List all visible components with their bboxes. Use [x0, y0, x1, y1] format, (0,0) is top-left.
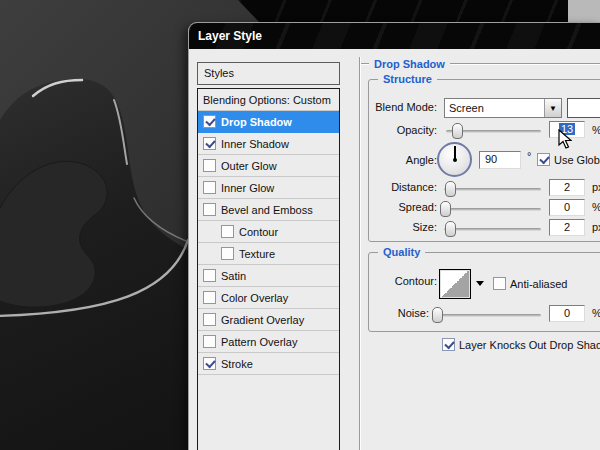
style-item-stroke[interactable]: Stroke [198, 353, 339, 375]
style-item-texture[interactable]: Texture [198, 243, 339, 265]
style-item-blending-options-custom[interactable]: Blending Options: Custom [198, 89, 339, 111]
style-item-drop-shadow[interactable]: Drop Shadow [198, 111, 339, 133]
style-item-inner-glow[interactable]: Inner Glow [198, 177, 339, 199]
style-item-inner-shadow[interactable]: Inner Shadow [198, 133, 339, 155]
angle-unit: ° [527, 150, 531, 162]
style-item-satin[interactable]: Satin [198, 265, 339, 287]
style-item-bevel-and-emboss[interactable]: Bevel and Emboss [198, 199, 339, 221]
style-item-checkbox[interactable] [203, 291, 216, 304]
contour-picker[interactable] [439, 269, 471, 299]
use-global-label: Use Global [554, 154, 600, 166]
distance-label: Distance: [371, 181, 437, 193]
style-item-label: Blending Options: Custom [203, 94, 331, 106]
opacity-slider-thumb[interactable] [452, 123, 463, 139]
noise-slider[interactable] [436, 314, 541, 317]
contour-dropdown-icon[interactable] [476, 281, 484, 286]
style-item-checkbox[interactable] [203, 159, 216, 172]
size-value: 2 [564, 221, 570, 233]
distance-slider[interactable] [444, 188, 541, 191]
angle-value: 90 [485, 153, 497, 165]
styles-header-label: Styles [204, 67, 234, 79]
distance-field[interactable]: 2 [549, 179, 585, 196]
quality-group: Quality Contour: Anti-aliased Noise: 0 % [368, 252, 600, 332]
anti-aliased-checkbox[interactable] [493, 277, 506, 290]
style-item-label: Pattern Overlay [221, 336, 297, 348]
shadow-color-swatch[interactable] [567, 98, 600, 118]
opacity-slider[interactable] [446, 130, 541, 133]
anti-aliased-label: Anti-aliased [510, 278, 567, 290]
style-item-color-overlay[interactable]: Color Overlay [198, 287, 339, 309]
opacity-label: Opacity: [371, 124, 437, 136]
use-global-checkbox[interactable] [537, 153, 550, 166]
style-item-checkbox[interactable] [203, 203, 216, 216]
distance-slider-thumb[interactable] [445, 181, 456, 197]
size-field[interactable]: 2 [549, 219, 585, 236]
dialog-titlebar[interactable]: Layer Style [189, 23, 600, 49]
style-item-checkbox[interactable] [221, 225, 234, 238]
noise-unit: % [592, 307, 600, 319]
opacity-value: 13 [559, 123, 575, 135]
blend-mode-label: Blend Mode: [371, 101, 437, 113]
spread-unit: % [592, 201, 600, 213]
effect-title: Drop Shadow [374, 58, 445, 70]
styles-list: Blending Options: Custom Drop Shadow Inn… [197, 88, 340, 450]
noise-value: 0 [564, 307, 570, 319]
spread-slider[interactable] [444, 208, 541, 211]
style-item-label: Gradient Overlay [221, 314, 304, 326]
spread-label: Spread: [371, 201, 437, 213]
effect-header: Drop Shadow [361, 58, 600, 70]
header-rule-left [361, 63, 369, 65]
blend-mode-value: Screen [445, 99, 544, 117]
style-item-label: Outer Glow [221, 160, 277, 172]
header-rule-right [450, 63, 600, 65]
style-item-label: Texture [239, 248, 275, 260]
opacity-field[interactable]: 13 [549, 121, 585, 138]
layer-style-dialog: Layer Style Styles Blending Options: Cus… [188, 22, 600, 450]
style-item-gradient-overlay[interactable]: Gradient Overlay [198, 309, 339, 331]
noise-field[interactable]: 0 [549, 305, 585, 322]
distance-value: 2 [564, 181, 570, 193]
structure-group: Structure Blend Mode: Screen ▼ Opacity: … [368, 79, 600, 242]
quality-legend: Quality [378, 246, 425, 259]
style-item-label: Inner Shadow [221, 138, 289, 150]
structure-legend: Structure [378, 73, 437, 86]
spread-field[interactable]: 0 [549, 199, 585, 216]
knockout-checkbox[interactable] [442, 338, 455, 351]
size-unit: px [592, 221, 600, 233]
opacity-unit: % [592, 124, 600, 136]
style-item-pattern-overlay[interactable]: Pattern Overlay [198, 331, 339, 353]
style-item-label: Inner Glow [221, 182, 274, 194]
style-item-contour[interactable]: Contour [198, 221, 339, 243]
style-item-label: Satin [221, 270, 246, 282]
noise-label: Noise: [363, 307, 429, 319]
style-item-checkbox[interactable] [203, 115, 216, 128]
angle-dial[interactable] [437, 142, 472, 177]
distance-unit: px [592, 181, 600, 193]
style-item-label: Stroke [221, 358, 253, 370]
knockout-label: Layer Knocks Out Drop Shadow [459, 339, 600, 351]
noise-slider-thumb[interactable] [432, 307, 443, 323]
style-item-checkbox[interactable] [203, 137, 216, 150]
style-item-label: Color Overlay [221, 292, 288, 304]
angle-field[interactable]: 90 [479, 151, 521, 169]
screenshot-root: Layer Style Styles Blending Options: Cus… [0, 0, 600, 450]
panel-divider [359, 57, 361, 450]
blend-mode-select[interactable]: Screen ▼ [444, 98, 562, 118]
size-slider[interactable] [444, 228, 541, 231]
spread-slider-thumb[interactable] [440, 201, 451, 217]
dialog-title: Layer Style [198, 29, 262, 43]
style-item-checkbox[interactable] [203, 335, 216, 348]
blend-mode-dropdown-icon[interactable]: ▼ [544, 99, 561, 117]
size-label: Size: [371, 221, 437, 233]
style-item-checkbox[interactable] [203, 313, 216, 326]
style-item-label: Bevel and Emboss [221, 204, 313, 216]
angle-label: Angle: [371, 154, 437, 166]
angle-dial-center [453, 158, 457, 162]
style-item-checkbox[interactable] [203, 181, 216, 194]
spread-value: 0 [564, 201, 570, 213]
style-item-checkbox[interactable] [203, 269, 216, 282]
style-item-checkbox[interactable] [203, 357, 216, 370]
style-item-outer-glow[interactable]: Outer Glow [198, 155, 339, 177]
style-item-checkbox[interactable] [221, 247, 234, 260]
size-slider-thumb[interactable] [445, 221, 456, 237]
